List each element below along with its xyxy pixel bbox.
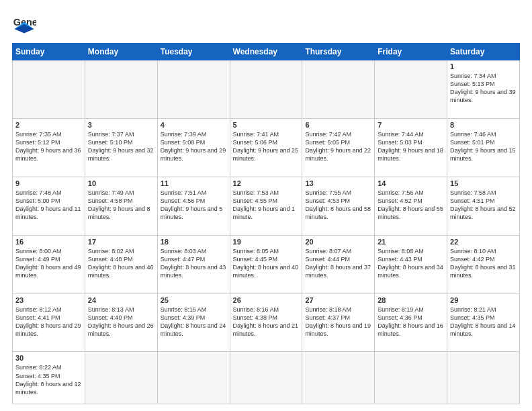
calendar-week-row: 9Sunrise: 7:48 AM Sunset: 5:00 PM Daylig…: [13, 177, 520, 235]
day-number: 8: [450, 121, 517, 129]
calendar-cell: 4Sunrise: 7:39 AM Sunset: 5:08 PM Daylig…: [157, 118, 230, 177]
day-number: 23: [15, 296, 82, 304]
calendar-cell: [157, 60, 230, 119]
calendar-cell: [447, 352, 520, 404]
calendar-cell: 23Sunrise: 8:12 AM Sunset: 4:41 PM Dayli…: [13, 293, 85, 352]
calendar-cell: 27Sunrise: 8:18 AM Sunset: 4:37 PM Dayli…: [302, 293, 375, 352]
calendar-cell: 1Sunrise: 7:34 AM Sunset: 5:13 PM Daylig…: [447, 60, 520, 119]
day-info: Sunrise: 8:15 AM Sunset: 4:39 PM Dayligh…: [161, 306, 227, 338]
calendar-cell: 17Sunrise: 8:02 AM Sunset: 4:48 PM Dayli…: [85, 235, 157, 293]
day-info: Sunrise: 7:35 AM Sunset: 5:12 PM Dayligh…: [15, 130, 82, 163]
day-number: 26: [233, 296, 300, 304]
calendar-cell: [85, 60, 157, 119]
day-number: 10: [88, 179, 154, 187]
calendar-cell: 28Sunrise: 8:19 AM Sunset: 4:36 PM Dayli…: [375, 293, 447, 352]
day-info: Sunrise: 8:21 AM Sunset: 4:35 PM Dayligh…: [450, 306, 517, 338]
day-info: Sunrise: 7:37 AM Sunset: 5:10 PM Dayligh…: [88, 130, 154, 163]
day-info: Sunrise: 7:53 AM Sunset: 4:55 PM Dayligh…: [233, 189, 300, 222]
calendar-cell: 7Sunrise: 7:44 AM Sunset: 5:03 PM Daylig…: [375, 118, 447, 177]
logo-icon: General: [12, 12, 36, 36]
calendar-cell: [302, 352, 375, 404]
day-number: 6: [305, 121, 371, 129]
calendar-cell: [230, 352, 302, 404]
day-info: Sunrise: 8:18 AM Sunset: 4:37 PM Dayligh…: [305, 306, 371, 338]
calendar-week-row: 2Sunrise: 7:35 AM Sunset: 5:12 PM Daylig…: [13, 118, 520, 177]
day-info: Sunrise: 8:02 AM Sunset: 4:48 PM Dayligh…: [88, 247, 154, 280]
calendar-cell: 13Sunrise: 7:55 AM Sunset: 4:53 PM Dayli…: [302, 177, 375, 235]
day-number: 4: [161, 121, 227, 129]
weekday-header-wednesday: Wednesday: [230, 44, 302, 60]
day-number: 1: [450, 62, 517, 71]
day-number: 22: [450, 238, 517, 246]
calendar-week-row: 23Sunrise: 8:12 AM Sunset: 4:41 PM Dayli…: [13, 293, 520, 352]
day-number: 14: [378, 179, 444, 187]
weekday-header-monday: Monday: [85, 44, 157, 60]
day-number: 17: [88, 238, 154, 246]
day-info: Sunrise: 7:41 AM Sunset: 5:06 PM Dayligh…: [233, 130, 300, 163]
calendar-week-row: 1Sunrise: 7:34 AM Sunset: 5:13 PM Daylig…: [13, 60, 520, 119]
day-number: 16: [15, 238, 82, 246]
calendar-cell: 24Sunrise: 8:13 AM Sunset: 4:40 PM Dayli…: [85, 293, 157, 352]
calendar-cell: [157, 352, 230, 404]
calendar-cell: [230, 60, 302, 119]
day-info: Sunrise: 8:00 AM Sunset: 4:49 PM Dayligh…: [15, 247, 82, 280]
day-info: Sunrise: 7:49 AM Sunset: 4:58 PM Dayligh…: [88, 189, 154, 222]
day-number: 21: [378, 238, 444, 246]
day-info: Sunrise: 8:13 AM Sunset: 4:40 PM Dayligh…: [88, 306, 154, 338]
calendar-cell: 2Sunrise: 7:35 AM Sunset: 5:12 PM Daylig…: [13, 118, 85, 177]
day-info: Sunrise: 7:48 AM Sunset: 5:00 PM Dayligh…: [15, 189, 82, 222]
calendar-cell: [302, 60, 375, 119]
calendar-cell: 18Sunrise: 8:03 AM Sunset: 4:47 PM Dayli…: [157, 235, 230, 293]
header: General: [12, 12, 520, 36]
calendar-cell: 15Sunrise: 7:58 AM Sunset: 4:51 PM Dayli…: [447, 177, 520, 235]
calendar-week-row: 16Sunrise: 8:00 AM Sunset: 4:49 PM Dayli…: [13, 235, 520, 293]
day-number: 30: [15, 354, 82, 362]
calendar-cell: 5Sunrise: 7:41 AM Sunset: 5:06 PM Daylig…: [230, 118, 302, 177]
weekday-header-thursday: Thursday: [302, 44, 375, 60]
calendar-cell: 21Sunrise: 8:08 AM Sunset: 4:43 PM Dayli…: [375, 235, 447, 293]
day-number: 15: [450, 179, 517, 187]
weekday-header-row: SundayMondayTuesdayWednesdayThursdayFrid…: [13, 44, 520, 60]
day-info: Sunrise: 7:56 AM Sunset: 4:52 PM Dayligh…: [378, 189, 444, 222]
calendar-cell: 9Sunrise: 7:48 AM Sunset: 5:00 PM Daylig…: [13, 177, 85, 235]
day-number: 3: [88, 121, 154, 129]
page: General SundayMondayTuesdayWednesdayThur…: [0, 0, 532, 411]
weekday-header-friday: Friday: [375, 44, 447, 60]
day-info: Sunrise: 7:58 AM Sunset: 4:51 PM Dayligh…: [450, 189, 517, 222]
day-number: 27: [305, 296, 371, 304]
day-number: 12: [233, 179, 300, 187]
day-info: Sunrise: 7:46 AM Sunset: 5:01 PM Dayligh…: [450, 130, 517, 163]
day-number: 24: [88, 296, 154, 304]
weekday-header-tuesday: Tuesday: [157, 44, 230, 60]
calendar-cell: 19Sunrise: 8:05 AM Sunset: 4:45 PM Dayli…: [230, 235, 302, 293]
calendar-cell: [375, 60, 447, 119]
calendar-cell: 10Sunrise: 7:49 AM Sunset: 4:58 PM Dayli…: [85, 177, 157, 235]
day-info: Sunrise: 8:03 AM Sunset: 4:47 PM Dayligh…: [161, 247, 227, 280]
calendar-table: SundayMondayTuesdayWednesdayThursdayFrid…: [12, 43, 520, 404]
calendar-cell: 8Sunrise: 7:46 AM Sunset: 5:01 PM Daylig…: [447, 118, 520, 177]
calendar-week-row: 30Sunrise: 8:22 AM Sunset: 4:35 PM Dayli…: [13, 352, 520, 404]
logo: General: [12, 12, 39, 36]
calendar-cell: [85, 352, 157, 404]
day-number: 19: [233, 238, 300, 246]
calendar-cell: 12Sunrise: 7:53 AM Sunset: 4:55 PM Dayli…: [230, 177, 302, 235]
day-number: 11: [161, 179, 227, 187]
calendar-cell: 22Sunrise: 8:10 AM Sunset: 4:42 PM Dayli…: [447, 235, 520, 293]
day-info: Sunrise: 8:07 AM Sunset: 4:44 PM Dayligh…: [305, 247, 371, 280]
day-number: 28: [378, 296, 444, 304]
day-number: 18: [161, 238, 227, 246]
calendar-cell: 16Sunrise: 8:00 AM Sunset: 4:49 PM Dayli…: [13, 235, 85, 293]
calendar-cell: 25Sunrise: 8:15 AM Sunset: 4:39 PM Dayli…: [157, 293, 230, 352]
day-number: 2: [15, 121, 82, 129]
weekday-header-sunday: Sunday: [13, 44, 85, 60]
day-number: 20: [305, 238, 371, 246]
day-info: Sunrise: 8:16 AM Sunset: 4:38 PM Dayligh…: [233, 306, 300, 338]
day-info: Sunrise: 8:19 AM Sunset: 4:36 PM Dayligh…: [378, 306, 444, 338]
day-info: Sunrise: 7:44 AM Sunset: 5:03 PM Dayligh…: [378, 130, 444, 163]
day-number: 5: [233, 121, 300, 129]
day-number: 7: [378, 121, 444, 129]
day-info: Sunrise: 8:08 AM Sunset: 4:43 PM Dayligh…: [378, 247, 444, 280]
day-info: Sunrise: 7:55 AM Sunset: 4:53 PM Dayligh…: [305, 189, 371, 222]
calendar-cell: 11Sunrise: 7:51 AM Sunset: 4:56 PM Dayli…: [157, 177, 230, 235]
day-number: 29: [450, 296, 517, 304]
